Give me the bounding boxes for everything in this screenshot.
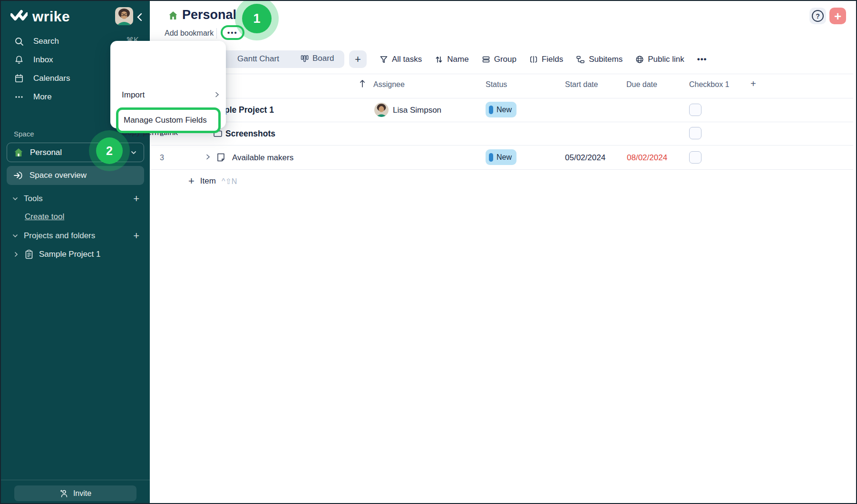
tab-gantt-chart[interactable]: Gantt Chart <box>237 54 279 64</box>
sidebar-item-label: Sample Project 1 <box>39 250 100 259</box>
add-item-row[interactable]: + Item ^⇧N <box>188 175 237 187</box>
chevron-right-icon[interactable] <box>205 154 211 160</box>
subitems-label: Subitems <box>589 55 623 64</box>
sidebar-divider <box>1 480 150 480</box>
status-badge[interactable]: New <box>486 149 516 165</box>
group-label: Group <box>494 55 516 64</box>
fields-icon <box>529 55 538 64</box>
sort-label: Name <box>447 55 468 64</box>
status-label: New <box>497 106 512 114</box>
home-icon <box>14 148 23 157</box>
menu-item-import[interactable]: Import <box>122 90 145 100</box>
tab-board[interactable]: Board <box>301 54 334 63</box>
add-item-shortcut: ^⇧N <box>222 177 237 186</box>
fields-button[interactable]: Fields <box>529 55 563 64</box>
add-bookmark-button[interactable]: Add bookmark <box>165 29 214 38</box>
row-title[interactable]: Screenshots <box>225 129 275 139</box>
row-checkbox[interactable] <box>689 151 701 164</box>
column-header-start-date[interactable]: Start date <box>565 80 598 89</box>
add-project-button[interactable]: + <box>133 230 139 242</box>
sidebar-item-label: Search <box>33 37 59 46</box>
space-name: Personal <box>30 148 62 157</box>
table-divider <box>151 145 853 145</box>
row-checkbox[interactable] <box>689 127 701 139</box>
toolbar-filters: All tasks Name Group Fields Subitems <box>380 50 707 68</box>
assignee-avatar[interactable] <box>374 103 389 117</box>
space-overview-icon <box>13 171 23 180</box>
chevron-right-icon[interactable] <box>13 252 19 257</box>
sidebar-group-label: Tools <box>24 194 43 204</box>
assignee-name[interactable]: Lisa Simpson <box>393 106 441 115</box>
group-button[interactable]: Group <box>482 55 516 64</box>
chevron-down-icon[interactable] <box>12 196 18 202</box>
table-divider <box>151 169 853 170</box>
invite-button[interactable]: Invite <box>14 485 136 501</box>
sidebar-group-tools[interactable]: Tools + <box>1 190 150 207</box>
row-number: 3 <box>160 154 164 162</box>
public-link-label: Public link <box>648 55 684 64</box>
public-link-button[interactable]: Public link <box>635 55 684 64</box>
row-checkbox[interactable] <box>689 104 701 116</box>
submenu-chevron-icon <box>214 91 220 98</box>
due-date-value[interactable]: 08/02/2024 <box>627 153 667 163</box>
wrike-logo[interactable]: wrike <box>10 9 70 25</box>
menu-item-label: Manage Custom Fields <box>124 116 207 125</box>
add-view-button[interactable]: + <box>349 50 367 68</box>
ellipsis-icon <box>14 92 24 102</box>
sort-arrows-icon <box>435 55 443 64</box>
bell-icon <box>14 55 24 65</box>
sidebar-item-space-overview[interactable]: Space overview <box>7 166 144 185</box>
wrike-logo-icon <box>10 10 28 24</box>
add-item-label: Item <box>200 176 216 186</box>
sidebar-group-projects[interactable]: Projects and folders + <box>1 227 150 244</box>
invite-person-icon <box>59 489 69 498</box>
board-icon <box>301 55 309 63</box>
step-2-badge: 2 <box>96 137 123 164</box>
table-divider <box>151 122 853 122</box>
create-tool-link[interactable]: Create tool <box>25 212 64 222</box>
clipboard-icon <box>25 250 33 259</box>
menu-item-manage-custom-fields[interactable]: Manage Custom Fields <box>116 107 221 133</box>
help-button[interactable]: ? <box>809 8 826 24</box>
tab-label: Board <box>312 54 334 63</box>
column-header-assignee[interactable]: Assignee <box>373 80 405 89</box>
globe-icon <box>635 55 644 64</box>
group-icon <box>482 55 490 64</box>
funnel-icon <box>380 55 388 64</box>
step-1-badge: 1 <box>242 4 272 33</box>
sidebar-item-label: Inbox <box>33 55 53 65</box>
plus-icon: + <box>188 175 195 187</box>
sidebar-item-label: Space overview <box>29 171 87 180</box>
task-icon <box>216 153 225 162</box>
column-header-due-date[interactable]: Due date <box>626 80 657 89</box>
sort-by-name[interactable]: Name <box>435 55 468 64</box>
add-column-button[interactable]: + <box>750 78 756 89</box>
table-divider <box>151 98 853 98</box>
sidebar-item-sample-project[interactable]: Sample Project 1 <box>1 246 150 263</box>
toolbar-more-button[interactable]: ••• <box>697 55 707 64</box>
space-section-label: Space <box>14 130 34 138</box>
filter-all-tasks[interactable]: All tasks <box>380 55 422 64</box>
filter-label: All tasks <box>392 55 422 64</box>
status-label: New <box>497 153 512 162</box>
app-window: wrike Search ⌘K Inb <box>0 0 857 504</box>
row-title[interactable]: Available makers <box>232 153 293 163</box>
collapse-sidebar-icon[interactable] <box>136 12 143 22</box>
add-tool-button[interactable]: + <box>133 193 139 205</box>
status-badge[interactable]: New <box>486 102 516 117</box>
header-divider <box>216 28 217 39</box>
subitems-button[interactable]: Subitems <box>576 55 623 64</box>
sidebar-item-label: Calendars <box>33 74 70 83</box>
brand-name: wrike <box>32 9 70 25</box>
column-header-checkbox1[interactable]: Checkbox 1 <box>689 80 730 89</box>
question-icon: ? <box>812 10 824 22</box>
home-icon <box>168 11 178 20</box>
sort-direction-icon[interactable] <box>359 79 366 88</box>
calendar-icon <box>14 74 24 83</box>
create-new-button[interactable]: + <box>829 8 846 24</box>
fields-label: Fields <box>542 55 563 64</box>
start-date-value[interactable]: 05/02/2024 <box>565 153 605 163</box>
column-header-status[interactable]: Status <box>486 80 507 89</box>
user-avatar[interactable] <box>115 7 133 25</box>
chevron-down-icon[interactable] <box>12 233 18 239</box>
